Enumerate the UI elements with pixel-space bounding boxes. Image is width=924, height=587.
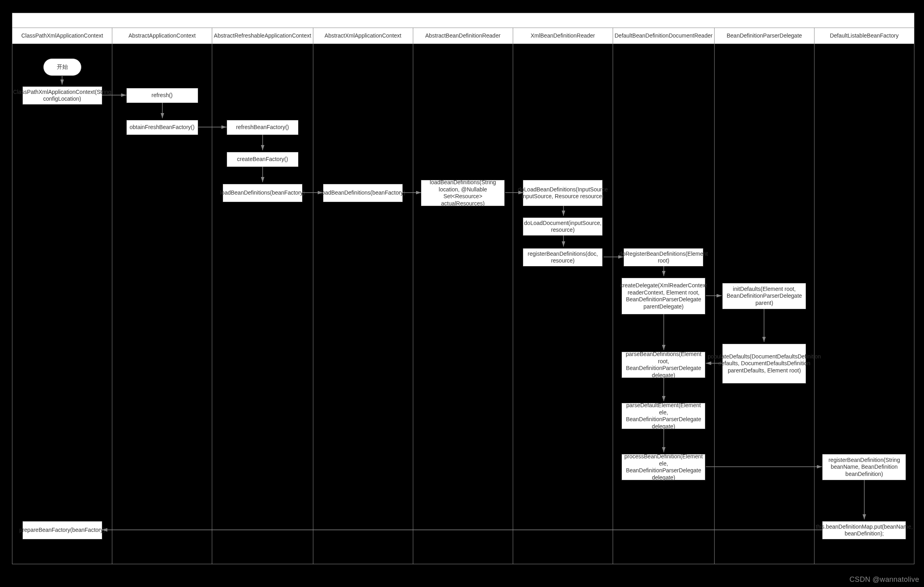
lane-abstractrefreshableapplicationcontext: AbstractRefreshableApplicationContext re… [212,28,313,564]
diagram-frame: ClassPathXmlApplicationContext 开始 ClassP… [12,13,914,564]
lane-body: doLoadBeanDefinitions(InputSource inputS… [513,44,613,564]
lane-header: XmlBeanDefinitionReader [513,28,613,44]
lane-body: registerBeanDefinition(String beanName, … [814,44,914,564]
lane-header: AbstractXmlApplicationContext [313,28,413,44]
node-refreshbeanfactory: refreshBeanFactory() [227,120,299,135]
lane-classpathxmlapplicationcontext: ClassPathXmlApplicationContext 开始 ClassP… [12,28,112,564]
node-beandefinitionmapput: this.beanDefinitionMap.put(beanName, bea… [822,521,906,539]
lane-header: DefaultBeanDefinitionDocumentReader [613,28,714,44]
lane-body: initDefaults(Element root, BeanDefinitio… [715,44,814,564]
node-registerbeandefinition: registerBeanDefinition(String beanName, … [822,454,906,480]
lane-header: AbstractApplicationContext [112,28,212,44]
node-createdelegate: createDelegate(XmlReaderContext readerCo… [621,278,705,314]
lane-header: BeanDefinitionParserDelegate [715,28,814,44]
node-loadbeandefinitions1: loadBeanDefinitions(beanFactory) [223,184,303,202]
lane-body: refreshBeanFactory() createBeanFactory()… [212,44,313,564]
node-parsedefaultelement: parseDefaultElement(Element ele, BeanDef… [621,403,705,429]
node-doregisterbeandefinitions: doRegisterBeanDefinitions(Element root) [623,248,703,267]
lane-defaultlistablebeanfactory: DefaultListableBeanFactory registerBeanD… [814,28,914,564]
node-parsebeandefinitions: parseBeanDefinitions(Element root, BeanD… [621,352,705,378]
lane-body: loadBeanDefinitions(beanFactory) [313,44,413,564]
node-obtainfreshbeanfactory: obtainFreshBeanFactory() [126,120,198,135]
lane-header: AbstractRefreshableApplicationContext [212,28,313,44]
node-loadbeandefinitions2: loadBeanDefinitions(beanFactory) [323,184,403,202]
lane-beandefinitionparserdelegate: BeanDefinitionParserDelegate initDefault… [715,28,814,564]
lane-abstractapplicationcontext: AbstractApplicationContext refresh() obt… [112,28,212,564]
node-refresh: refresh() [126,88,198,103]
lane-header: AbstractBeanDefinitionReader [413,28,513,44]
node-classpathxmlapplicationcontext-ctor: ClassPathXmlApplicationContext(String co… [22,86,102,105]
lane-header: ClassPathXmlApplicationContext [12,28,112,44]
lane-body: loadBeanDefinitions(String location, @Nu… [413,44,513,564]
swimlanes: ClassPathXmlApplicationContext 开始 ClassP… [12,28,914,564]
node-createbeanfactory: createBeanFactory() [227,152,299,167]
lane-header: DefaultListableBeanFactory [814,28,914,44]
lane-body: doRegisterBeanDefinitions(Element root) … [613,44,714,564]
lane-abstractbeandefinitionreader: AbstractBeanDefinitionReader loadBeanDef… [413,28,513,564]
lane-abstractxmlapplicationcontext: AbstractXmlApplicationContext loadBeanDe… [313,28,413,564]
watermark: CSDN @wannatolive [850,575,919,584]
node-registerbeandefinitions: registerBeanDefinitions(doc, resource) [523,248,603,267]
lane-body: 开始 ClassPathXmlApplicationContext(String… [12,44,112,564]
lane-xmlbeandefinitionreader: XmlBeanDefinitionReader doLoadBeanDefini… [513,28,613,564]
node-loadbeandefinitions3: loadBeanDefinitions(String location, @Nu… [421,180,505,206]
node-doloadbeandefinitions: doLoadBeanDefinitions(InputSource inputS… [523,180,603,206]
node-populatedefaults: populateDefaults(DocumentDefaultsDefinit… [722,344,806,384]
lane-defaultbeandefinitiondocumentreader: DefaultBeanDefinitionDocumentReader doRe… [613,28,715,564]
node-initdefaults: initDefaults(Element root, BeanDefinitio… [722,283,806,309]
node-preparebeanfactory: prepareBeanFactory(beanFactory) [22,521,102,539]
start-node: 开始 [43,58,82,76]
node-doloaddocument: doLoadDocument(inputSource, resource) [523,217,603,236]
lane-body: refresh() obtainFreshBeanFactory() [112,44,212,564]
node-processbeandefinition: processBeanDefinition(Element ele, BeanD… [621,454,705,480]
diagram-title-bar [12,13,914,28]
